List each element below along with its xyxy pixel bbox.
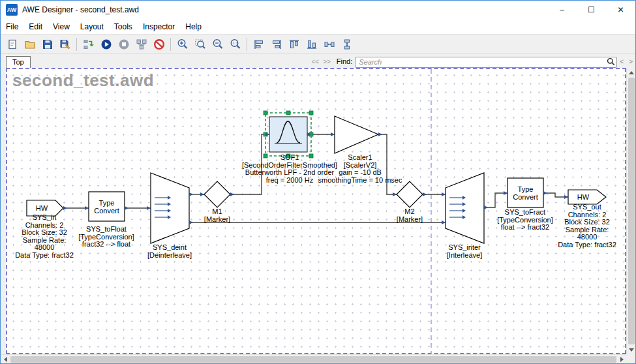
scroll-up-icon xyxy=(629,71,634,74)
open-design-button[interactable] xyxy=(21,36,38,53)
align-bottom-icon xyxy=(306,38,318,50)
sys-tofloat-name: SYS_toFloat xyxy=(64,226,149,234)
menu-inspector[interactable]: Inspector xyxy=(138,19,180,34)
zoom-in-button[interactable] xyxy=(174,36,191,53)
menu-bar: File Edit View Layout Tools Inspector He… xyxy=(1,19,635,35)
vertical-scroll-thumb[interactable] xyxy=(628,78,635,344)
m1-caption: M1 [Marker] xyxy=(185,208,250,223)
design-canvas[interactable]: second_test.awd xyxy=(6,68,626,354)
propagate-changes-icon xyxy=(83,38,95,50)
sys-in-datatype: Data Type: fract32 xyxy=(12,252,77,260)
scroll-right-button[interactable] xyxy=(617,355,626,364)
minimize-button[interactable]: – xyxy=(547,1,577,19)
search-icon[interactable] xyxy=(607,57,615,68)
history-back-button[interactable]: << xyxy=(309,58,321,68)
workspace: second_test.awd xyxy=(1,68,635,363)
scaler1-caption: Scaler1 [ScalerV2] gain = -10 dB smoothi… xyxy=(305,154,416,184)
new-design-button[interactable] xyxy=(3,36,21,53)
new-design-icon xyxy=(7,38,18,50)
find-prev-button[interactable]: < xyxy=(617,58,626,68)
maximize-button[interactable]: ☐ xyxy=(577,1,606,19)
sys-in-name: SYS_in xyxy=(12,214,77,222)
scrollbar-corner xyxy=(626,354,635,363)
sys-tofract-body-label: Type Convert xyxy=(507,178,543,207)
menu-edit[interactable]: Edit xyxy=(23,19,48,34)
toolbar-separator xyxy=(76,38,77,51)
sys-out-samplerate: Sample Rate: 48000 xyxy=(554,226,620,241)
horizontal-scrollbar[interactable] xyxy=(1,354,626,363)
app-icon: AW xyxy=(6,4,18,16)
wire-inter-toFract[interactable] xyxy=(484,193,507,207)
history-forward-button[interactable]: >> xyxy=(321,58,333,68)
play-icon xyxy=(100,38,112,50)
block-sys-inter[interactable] xyxy=(446,173,484,243)
sys-out-name: SYS_out xyxy=(554,204,620,211)
sys-out-caption: SYS_out Channels: 2 Block Size: 32 Sampl… xyxy=(554,204,620,249)
align-top-icon xyxy=(288,38,300,50)
menu-help[interactable]: Help xyxy=(180,19,207,34)
horizontal-scroll-thumb[interactable] xyxy=(10,356,616,363)
stop-audio-button[interactable] xyxy=(115,36,132,53)
block-sys-deint[interactable] xyxy=(151,173,189,243)
sys-inter-name: SYS_inter xyxy=(425,244,504,252)
zoom-selection-icon xyxy=(194,38,206,50)
block-sof1[interactable] xyxy=(269,117,307,152)
target-config-icon xyxy=(136,38,147,50)
toolbar-separator xyxy=(170,38,171,51)
find-label: Find: xyxy=(337,57,352,65)
m1-type: [Marker] xyxy=(185,216,250,224)
save-design-button[interactable] xyxy=(38,36,56,53)
sys-inter-type: [Interleave] xyxy=(425,252,504,260)
zoom-actual-size-button[interactable]: 1:1 xyxy=(226,36,244,53)
build-and-run-button[interactable] xyxy=(97,36,115,53)
vertical-scrollbar[interactable] xyxy=(626,68,635,354)
menu-layout[interactable]: Layout xyxy=(75,19,109,34)
align-top-button[interactable] xyxy=(285,36,303,53)
target-config-button[interactable] xyxy=(132,36,150,53)
propagate-changes-button[interactable] xyxy=(80,36,97,53)
scaler1-smoothing: smoothingTime = 10 msec xyxy=(305,177,416,185)
window-controls: – ☐ ✕ xyxy=(547,1,635,19)
distribute-horizontal-icon xyxy=(324,38,335,50)
scroll-down-button[interactable] xyxy=(627,345,636,354)
tab-top[interactable]: Top xyxy=(6,56,31,68)
block-m2[interactable] xyxy=(397,181,423,207)
app-window: AW AWE Designer - second_test.awd – ☐ ✕ … xyxy=(0,0,636,364)
scroll-down-icon xyxy=(629,348,634,352)
block-m1[interactable] xyxy=(204,181,230,207)
scroll-left-button[interactable] xyxy=(1,355,10,364)
zoom-out-button[interactable] xyxy=(209,36,226,53)
align-left-button[interactable] xyxy=(250,36,267,53)
stop-icon xyxy=(118,38,130,50)
align-right-button[interactable] xyxy=(267,36,285,53)
scroll-left-icon xyxy=(4,357,7,362)
toolbar: 1:1 xyxy=(1,35,635,54)
find-next-button[interactable]: > xyxy=(626,58,635,68)
menu-view[interactable]: View xyxy=(48,19,75,34)
align-bottom-button[interactable] xyxy=(303,36,320,53)
distribute-horizontal-button[interactable] xyxy=(320,36,338,53)
m2-caption: M2 [Marker] xyxy=(377,208,442,223)
distribute-vertical-button[interactable] xyxy=(338,36,356,53)
open-folder-icon xyxy=(24,38,36,50)
window-title: AWE Designer - second_test.awd xyxy=(22,5,139,14)
menu-file[interactable]: File xyxy=(1,19,23,34)
scaler1-gain: gain = -10 dB xyxy=(305,169,416,177)
block-scaler1[interactable] xyxy=(335,116,378,153)
search-box xyxy=(355,55,617,67)
menu-tools[interactable]: Tools xyxy=(109,19,138,34)
close-button[interactable]: ✕ xyxy=(606,1,635,19)
scroll-up-button[interactable] xyxy=(627,68,636,77)
title-bar: AW AWE Designer - second_test.awd – ☐ ✕ xyxy=(1,1,635,19)
scroll-right-icon xyxy=(620,357,624,362)
disconnect-target-button[interactable] xyxy=(150,36,168,53)
search-input[interactable] xyxy=(355,57,617,68)
zoom-in-icon xyxy=(177,38,189,50)
sys-out-datatype: Data Type: fract32 xyxy=(554,241,620,249)
distribute-vertical-icon xyxy=(341,38,353,50)
save-design-as-button[interactable] xyxy=(56,36,74,53)
zoom-to-selection-button[interactable] xyxy=(191,36,209,53)
sys-inter-caption: SYS_inter [Interleave] xyxy=(425,244,504,259)
save-floppy-icon xyxy=(42,38,53,50)
sys-deint-caption: SYS_deint [Deinterleave] xyxy=(130,244,209,259)
